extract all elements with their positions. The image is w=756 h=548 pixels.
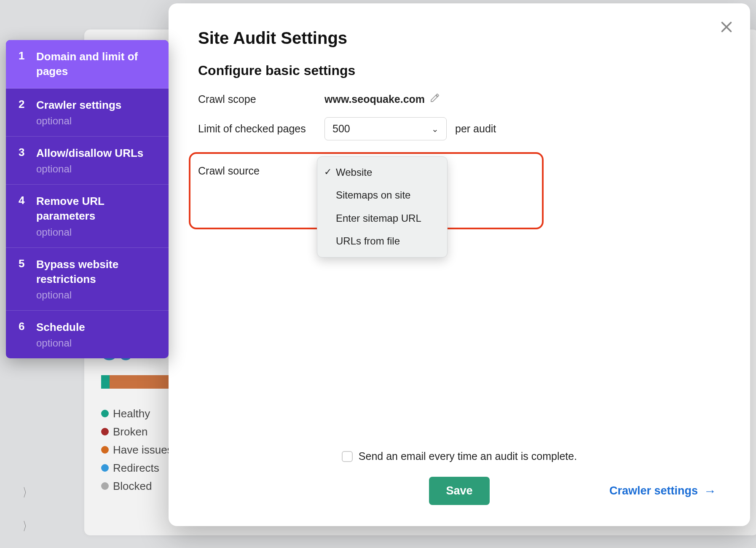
- wizard-step-1[interactable]: 1 Domain and limit of pages: [6, 40, 169, 89]
- next-step-link[interactable]: Crawler settings →: [609, 484, 716, 498]
- dropdown-option-website[interactable]: Website: [317, 161, 447, 184]
- email-notification-row: Send an email every time an audit is com…: [198, 450, 721, 462]
- crawl-source-dropdown: Website Sitemaps on site Enter sitemap U…: [317, 156, 448, 258]
- modal-subtitle: Configure basic settings: [198, 63, 721, 78]
- save-button[interactable]: Save: [429, 477, 489, 505]
- limit-row: Limit of checked pages 500 ⌄ per audit: [198, 117, 721, 140]
- wizard-step-title: Domain and limit of pages: [36, 49, 159, 79]
- crawl-scope-label: Crawl scope: [198, 93, 324, 105]
- email-checkbox[interactable]: [342, 451, 353, 462]
- wizard-step-optional: optional: [36, 115, 159, 127]
- modal-footer: Send an email every time an audit is com…: [198, 450, 721, 505]
- pencil-icon[interactable]: [430, 93, 440, 105]
- arrow-right-icon: →: [704, 484, 716, 498]
- crawl-scope-value: www.seoquake.com: [324, 93, 425, 105]
- limit-label: Limit of checked pages: [198, 123, 324, 135]
- wizard-step-optional: optional: [36, 289, 159, 301]
- wizard-step-number: 5: [19, 257, 27, 301]
- wizard-step-title: Remove URL parameters: [36, 194, 159, 223]
- wizard-step-5[interactable]: 5 Bypass website restrictions optional: [6, 248, 169, 311]
- modal-title: Site Audit Settings: [198, 29, 721, 48]
- wizard-step-title: Bypass website restrictions: [36, 257, 159, 287]
- wizard-step-number: 4: [19, 194, 27, 238]
- email-label: Send an email every time an audit is com…: [359, 450, 577, 462]
- limit-select[interactable]: 500 ⌄: [324, 117, 447, 140]
- crawl-source-highlight: Crawl source Website Sitemaps on site En…: [189, 152, 544, 229]
- wizard-sidebar: 1 Domain and limit of pages 2 Crawler se…: [6, 40, 169, 358]
- wizard-step-2[interactable]: 2 Crawler settings optional: [6, 89, 169, 137]
- wizard-step-3[interactable]: 3 Allow/disallow URLs optional: [6, 137, 169, 185]
- chevron-right-icon: 〉: [23, 518, 31, 535]
- bg-legend: Healthy Broken Have issues Redirects Blo…: [101, 405, 173, 495]
- wizard-step-title: Schedule: [36, 320, 159, 335]
- chevron-right-icon: 〉: [23, 485, 31, 501]
- dropdown-option-enter-sitemap[interactable]: Enter sitemap URL: [317, 207, 447, 230]
- dropdown-option-sitemaps[interactable]: Sitemaps on site: [317, 184, 447, 207]
- crawl-scope-row: Crawl scope www.seoquake.com: [198, 93, 721, 105]
- wizard-step-4[interactable]: 4 Remove URL parameters optional: [6, 185, 169, 247]
- chevron-down-icon: ⌄: [432, 124, 439, 134]
- wizard-step-optional: optional: [36, 163, 159, 175]
- wizard-step-number: 1: [19, 49, 27, 79]
- wizard-step-number: 6: [19, 320, 27, 349]
- wizard-step-6[interactable]: 6 Schedule optional: [6, 311, 169, 358]
- wizard-step-number: 2: [19, 98, 27, 127]
- close-button[interactable]: [719, 19, 734, 35]
- close-icon: [719, 19, 734, 35]
- dropdown-option-urls-from-file[interactable]: URLs from file: [317, 230, 447, 253]
- wizard-step-optional: optional: [36, 337, 159, 349]
- settings-modal: Site Audit Settings Configure basic sett…: [169, 3, 750, 526]
- next-step-label: Crawler settings: [609, 484, 698, 497]
- wizard-step-title: Crawler settings: [36, 98, 159, 113]
- wizard-step-optional: optional: [36, 226, 159, 238]
- wizard-step-title: Allow/disallow URLs: [36, 146, 159, 161]
- limit-suffix: per audit: [455, 123, 496, 135]
- limit-select-value: 500: [332, 123, 350, 135]
- wizard-step-number: 3: [19, 146, 27, 175]
- crawl-source-label: Crawl source: [198, 165, 324, 177]
